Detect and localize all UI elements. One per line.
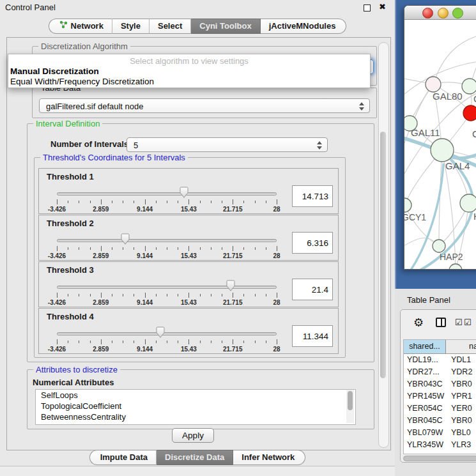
table-row[interactable]: YDR27...YDR2 — [404, 366, 476, 378]
scrollbar-thumb[interactable] — [348, 391, 353, 410]
node-h[interactable] — [460, 194, 476, 212]
attribute-item[interactable]: TopologicalCoefficient — [36, 401, 355, 411]
table-cell: YIL0 — [446, 451, 476, 454]
node-red-selected[interactable] — [463, 105, 476, 121]
tab-label: Infer Network — [242, 450, 295, 464]
node-hap2[interactable] — [433, 240, 445, 252]
tick — [68, 341, 68, 343]
slider-thumb[interactable] — [156, 326, 165, 338]
tick — [188, 199, 189, 204]
checkbox-icon[interactable]: ☑ — [455, 319, 463, 326]
table-row[interactable]: YER054CYER0 — [404, 403, 476, 415]
tick — [156, 341, 157, 343]
node-gal80[interactable] — [426, 77, 441, 92]
zoom-traffic-light[interactable] — [452, 8, 463, 19]
scrollbar-thumb[interactable] — [403, 456, 476, 461]
threshold-label: Threshold 4 — [47, 312, 94, 321]
network-canvas[interactable]: GAL80 G GAL11 C GAL4 GCY1 H HAP2 — [404, 20, 476, 269]
tab-style[interactable]: Style — [112, 19, 150, 34]
scrollbar-thumb[interactable] — [380, 132, 386, 378]
tab-select[interactable]: Select — [150, 19, 191, 34]
slider-thumb[interactable] — [180, 187, 188, 198]
threshold-slider[interactable]: -3.4262.8599.14415.4321.71528 — [57, 185, 277, 213]
mode-tab-infer-network[interactable]: Infer Network — [233, 450, 305, 465]
threshold-value-input[interactable] — [292, 279, 333, 300]
tick — [233, 199, 233, 204]
tick-label: 21.715 — [223, 346, 243, 353]
threshold-value-input[interactable] — [292, 232, 333, 254]
tick — [266, 201, 266, 203]
table-cell: YDL19... — [404, 354, 446, 366]
tick — [266, 247, 266, 250]
slider-thumb[interactable] — [226, 280, 235, 291]
tick — [222, 294, 222, 296]
minimize-traffic-light[interactable] — [438, 8, 449, 19]
tick — [255, 341, 256, 343]
attributes-list[interactable]: SelfLoopsTopologicalCoefficientBetweenne… — [35, 389, 356, 425]
node-gal4[interactable] — [431, 139, 454, 162]
tick — [112, 247, 112, 250]
gear-icon[interactable]: ⚙ — [413, 316, 424, 330]
table-row[interactable]: YLR345WYLR3 — [404, 439, 476, 451]
slider-track[interactable] — [57, 192, 277, 196]
threshold-value-input[interactable] — [292, 325, 333, 347]
attribute-item[interactable]: SelfLoops — [36, 390, 355, 401]
tick — [222, 341, 222, 343]
slider-thumb[interactable] — [121, 233, 130, 245]
network-window-titlebar[interactable] — [404, 6, 476, 20]
tick — [222, 247, 222, 250]
tick — [134, 341, 134, 343]
threshold-slider[interactable]: -3.4262.8599.14415.4321.71528 — [57, 232, 277, 260]
table-row[interactable]: YPR145WYPR1 — [404, 390, 476, 403]
threshold-label: Threshold 2 — [47, 219, 94, 228]
attributes-list-scrollbar[interactable] — [346, 390, 354, 423]
tab-cyni-toolbox[interactable]: Cyni Toolbox — [191, 19, 260, 34]
table-row[interactable]: YBL079WYBL0 — [404, 427, 476, 439]
tick — [90, 201, 91, 203]
slider-track[interactable] — [57, 286, 277, 289]
tick-label: 9.144 — [137, 252, 153, 259]
table-row[interactable]: YBR043CYBR0 — [404, 378, 476, 390]
table-h-scrollbar[interactable] — [403, 456, 476, 461]
threshold-panel: Threshold 1 -3.4262.8599.14415.4321.7152… — [38, 168, 339, 214]
threshold-value-input[interactable] — [292, 185, 333, 207]
split-columns-icon[interactable] — [436, 318, 446, 327]
float-window-icon[interactable] — [364, 4, 371, 12]
table-row[interactable]: YDL19...YDL1 — [404, 354, 476, 366]
node-top-right[interactable] — [462, 79, 476, 94]
numerical-attributes-label: Numerical Attributes — [33, 378, 114, 387]
algorithm-option[interactable]: Equal Width/Frequency Discretization — [10, 77, 368, 87]
apply-button[interactable]: Apply — [172, 428, 214, 443]
tick — [112, 294, 112, 296]
node-bottom[interactable] — [449, 264, 462, 269]
table-body: YDL19...YDL1YDR27...YDR2YBR043CYBR0YPR14… — [404, 354, 476, 454]
slider-track[interactable] — [57, 239, 277, 242]
tick — [277, 339, 277, 344]
tick — [90, 294, 91, 296]
tick — [57, 293, 58, 298]
threshold-slider[interactable]: -3.4262.8599.14415.4321.71528 — [57, 325, 277, 353]
tick — [188, 246, 189, 251]
node-gcy1[interactable] — [404, 198, 411, 212]
slider-track[interactable] — [57, 332, 277, 335]
tab-network[interactable]: Network — [49, 19, 112, 34]
mode-tab-discretize-data[interactable]: Discretize Data — [157, 450, 233, 465]
close-traffic-light[interactable] — [422, 8, 433, 19]
mode-tab-impute-data[interactable]: Impute Data — [89, 450, 157, 465]
threshold-slider[interactable]: -3.4262.8599.14415.4321.71528 — [57, 279, 277, 307]
panel-scrollbar[interactable] — [378, 42, 389, 448]
close-icon[interactable]: ✖ — [379, 2, 386, 12]
tab-jactivemnodules[interactable]: jActiveMNodules — [261, 19, 347, 34]
table-row[interactable]: YIL052CYIL0 — [404, 451, 476, 454]
algorithm-option[interactable]: Manual Discretization — [10, 66, 368, 77]
attribute-item[interactable]: BetweennessCentrality — [36, 411, 355, 422]
column-header-name[interactable]: na — [446, 340, 476, 353]
column-header-shared-name[interactable]: shared... — [404, 340, 446, 353]
table-cell: YLR345W — [404, 439, 446, 451]
checkbox-icon[interactable]: ☑ — [464, 319, 472, 326]
table-row[interactable]: YBR045CYBR0 — [404, 415, 476, 427]
tick — [211, 341, 211, 343]
table-cell: YPR1 — [446, 390, 476, 403]
table-data-combo[interactable]: galFiltered.sif default node — [39, 98, 370, 113]
num-intervals-combo[interactable]: 5 — [127, 137, 328, 152]
